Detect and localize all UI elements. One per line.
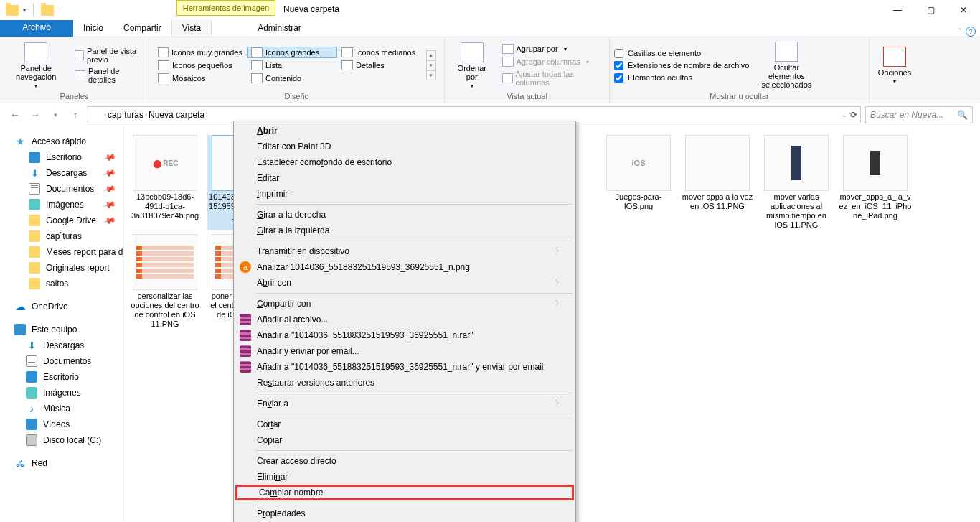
layout-content[interactable]: Contenido bbox=[247, 73, 337, 84]
sidebar-item-images[interactable]: Imágenes📌 bbox=[0, 197, 123, 213]
sidebar-item-meses[interactable]: Meses report para d bbox=[0, 244, 123, 260]
file-item[interactable]: mover apps a la vez en iOS 11.PNG bbox=[681, 135, 754, 230]
sidebar-item-pc-videos[interactable]: Vídeos bbox=[0, 416, 123, 432]
ctx-cast[interactable]: Transmitir en dispositivo〉 bbox=[235, 243, 574, 259]
chk-file-extensions[interactable]: Extensiones de nombre de archivo bbox=[614, 61, 749, 70]
file-thumbnail bbox=[133, 234, 197, 290]
file-item[interactable]: iOS Juegos-para-IOS.png bbox=[602, 135, 675, 230]
folder-icon[interactable] bbox=[41, 5, 54, 16]
layout-scroll-down[interactable]: ▾ bbox=[426, 60, 436, 70]
options-button[interactable]: Opciones▾ bbox=[875, 45, 914, 86]
file-item[interactable]: mover_apps_a_la_vez_en_iOS_11_iPhone_iPa… bbox=[839, 135, 912, 230]
address-dropdown-icon[interactable]: ⌄ bbox=[842, 111, 847, 118]
ctx-properties[interactable]: Propiedades bbox=[235, 505, 574, 521]
folder-icon bbox=[6, 5, 19, 16]
close-button[interactable]: ✕ bbox=[947, 0, 980, 20]
image-tools-tab[interactable]: Herramientas de imagen bbox=[176, 0, 275, 16]
layout-md-icons[interactable]: Iconos medianos bbox=[337, 47, 423, 58]
sidebar-item-pc-disk[interactable]: Disco local (C:) bbox=[0, 432, 123, 448]
hide-selected-button[interactable]: Ocultar elementos seleccionados bbox=[755, 40, 818, 90]
add-columns-button[interactable]: Agregar columnas▾ bbox=[501, 56, 605, 67]
ctx-rotate-right[interactable]: Girar a la derecha bbox=[235, 207, 574, 223]
sidebar-item-saltos[interactable]: saltos bbox=[0, 276, 123, 292]
ctx-add-email[interactable]: Añadir y enviar por email... bbox=[235, 343, 574, 359]
file-item[interactable]: personalizar las opciones del centro de … bbox=[128, 234, 202, 329]
ctx-create-shortcut[interactable]: Crear acceso directo bbox=[235, 453, 574, 469]
help-icon[interactable]: ? bbox=[966, 27, 976, 37]
sidebar-item-downloads[interactable]: ⬇Descargas📌 bbox=[0, 165, 123, 181]
ctx-restore-versions[interactable]: Restaurar versiones anteriores bbox=[235, 375, 574, 391]
nav-panel-button[interactable]: Panel de navegación▾ bbox=[4, 41, 67, 90]
sidebar-item-network[interactable]: 🖧Red bbox=[0, 455, 123, 471]
breadcrumb-capturas[interactable]: cap`turas bbox=[108, 110, 143, 120]
ctx-add-archive[interactable]: Añadir al archivo... bbox=[235, 312, 574, 327]
file-item[interactable]: ●REC 13bcbb09-18d6-491d-b1ca-3a318079ec4… bbox=[128, 135, 202, 230]
refresh-icon[interactable]: ⟳ bbox=[850, 110, 857, 120]
preview-panel-button[interactable]: Panel de vista previa bbox=[73, 46, 144, 65]
layout-xl-icons[interactable]: Iconos muy grandes bbox=[154, 47, 247, 58]
sidebar-item-onedrive[interactable]: ☁OneDrive bbox=[0, 299, 123, 314]
layout-lg-icons[interactable]: Iconos grandes bbox=[247, 47, 337, 58]
ctx-add-rar[interactable]: Añadir a "1014036_551883251519593_369255… bbox=[235, 327, 574, 343]
ctx-add-rar-email[interactable]: Añadir a "1014036_551883251519593_369255… bbox=[235, 359, 574, 375]
ctx-cut[interactable]: Cortar bbox=[235, 416, 574, 432]
ctx-edit[interactable]: Editar bbox=[235, 170, 574, 186]
music-icon: ♪ bbox=[26, 403, 37, 414]
layout-scroll-up[interactable]: ▴ bbox=[426, 50, 436, 60]
group-by-button[interactable]: Agrupar por▾ bbox=[501, 43, 605, 55]
layout-details[interactable]: Detalles bbox=[337, 60, 423, 71]
sidebar-item-pc-images[interactable]: Imágenes bbox=[0, 385, 123, 401]
sidebar-item-pc-downloads[interactable]: ⬇Descargas bbox=[0, 337, 123, 353]
maximize-button[interactable]: ▢ bbox=[914, 0, 947, 20]
fit-columns-button[interactable]: Ajustar todas las columnas bbox=[501, 69, 605, 88]
chk-hidden-items[interactable]: Elementos ocultos bbox=[614, 73, 749, 83]
tab-manage[interactable]: Administrar bbox=[248, 19, 311, 37]
ctx-send-to[interactable]: Enviar a〉 bbox=[235, 396, 574, 411]
ctx-avast-scan[interactable]: aAnalizar 1014036_551883251519593_369255… bbox=[235, 259, 574, 275]
ctx-print[interactable]: Imprimir bbox=[235, 186, 574, 202]
tab-view[interactable]: Vista bbox=[171, 19, 212, 37]
ctx-rotate-left[interactable]: Girar a la izquierda bbox=[235, 223, 574, 238]
sort-by-button[interactable]: Ordenar por▾ bbox=[449, 41, 495, 90]
sidebar-item-capturas[interactable]: cap`turas bbox=[0, 228, 123, 244]
tab-file[interactable]: Archivo bbox=[0, 19, 73, 37]
nav-forward-button[interactable]: → bbox=[27, 107, 43, 123]
ctx-paint3d[interactable]: Editar con Paint 3D bbox=[235, 139, 574, 154]
ctx-rename[interactable]: Cambiar nombre bbox=[235, 485, 574, 500]
tab-share[interactable]: Compartir bbox=[113, 19, 171, 37]
sidebar-item-gdrive[interactable]: Google Drive📌 bbox=[0, 213, 123, 228]
sidebar-item-pc-documents[interactable]: Documentos bbox=[0, 353, 123, 369]
layout-list[interactable]: Lista bbox=[247, 60, 337, 71]
sidebar-item-originales[interactable]: Originales report bbox=[0, 260, 123, 276]
ribbon-collapse-icon[interactable]: ˇ bbox=[959, 28, 961, 36]
chk-item-checkboxes[interactable]: Casillas de elemento bbox=[614, 49, 749, 58]
layout-tiles[interactable]: Mosaicos bbox=[154, 73, 247, 84]
qat-down-icon[interactable]: ▾ bbox=[23, 7, 26, 14]
ctx-open[interactable]: Abrir bbox=[235, 123, 574, 139]
sidebar-item-pc-music[interactable]: ♪Música bbox=[0, 401, 123, 416]
sidebar-item-desktop[interactable]: Escritorio📌 bbox=[0, 149, 123, 165]
ctx-wallpaper[interactable]: Establecer como fondo de escritorio bbox=[235, 154, 574, 170]
chevron-right-icon: 〉 bbox=[555, 278, 562, 288]
ctx-open-with[interactable]: Abrir con〉 bbox=[235, 275, 574, 291]
sidebar-item-this-pc[interactable]: Este equipo bbox=[0, 322, 123, 337]
ctx-delete[interactable]: Eliminar bbox=[235, 469, 574, 485]
ctx-share-with[interactable]: Compartir con〉 bbox=[235, 296, 574, 312]
details-panel-button[interactable]: Panel de detalles bbox=[73, 66, 144, 85]
nav-recent-button[interactable]: ▾ bbox=[47, 107, 63, 123]
layout-scroll-more[interactable]: ▾ bbox=[426, 70, 436, 80]
nav-up-button[interactable]: ↑ bbox=[67, 107, 83, 123]
search-icon: 🔍 bbox=[957, 110, 968, 120]
breadcrumb-nueva-carpeta[interactable]: Nueva carpeta bbox=[149, 110, 204, 120]
sidebar-item-quick-access[interactable]: ★Acceso rápido bbox=[0, 134, 123, 149]
layout-sm-icons[interactable]: Iconos pequeños bbox=[154, 60, 247, 71]
sidebar-item-pc-desktop[interactable]: Escritorio bbox=[0, 369, 123, 385]
tab-home[interactable]: Inicio bbox=[73, 19, 113, 37]
images-icon bbox=[26, 387, 37, 399]
search-input[interactable]: Buscar en Nueva... 🔍 bbox=[865, 106, 973, 123]
ctx-copy[interactable]: Copiar bbox=[235, 432, 574, 448]
nav-back-button[interactable]: ← bbox=[7, 107, 23, 123]
sidebar-item-documents[interactable]: Documentos📌 bbox=[0, 181, 123, 197]
file-item[interactable]: mover varias aplicaciones al mismo tiemp… bbox=[760, 135, 833, 230]
minimize-button[interactable]: — bbox=[881, 0, 914, 20]
